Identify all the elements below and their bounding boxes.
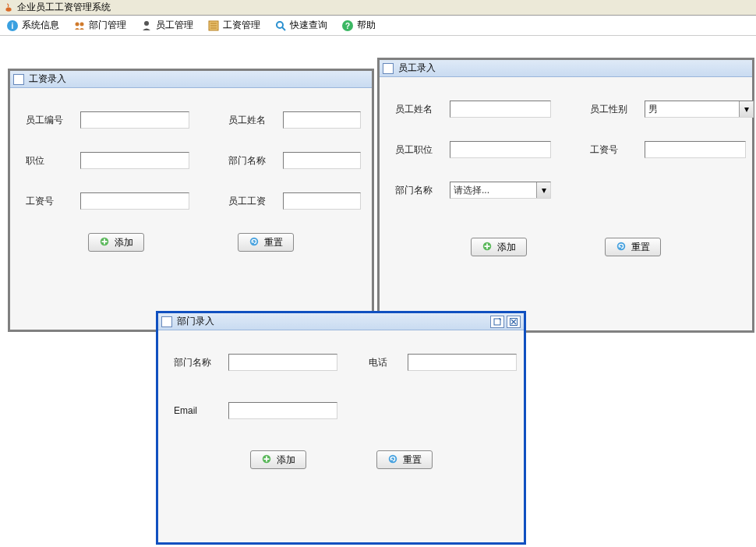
input-email[interactable] <box>228 402 337 419</box>
plus-icon <box>482 241 494 253</box>
window-dept-titlebar[interactable]: 部门录入 <box>158 313 524 330</box>
window-salary-body: 员工编号 员工姓名 职位 部门名称 <box>10 88 372 267</box>
input-emp-salary[interactable] <box>283 192 361 210</box>
input-salary-id2[interactable] <box>645 141 746 158</box>
input-emp-name2[interactable] <box>450 101 551 118</box>
svg-point-20 <box>388 455 397 464</box>
label-position: 职位 <box>26 154 72 168</box>
add-button-label: 添加 <box>497 241 516 254</box>
input-position[interactable] <box>80 152 189 169</box>
mdi-desktop: 工资录入 员工编号 员工姓名 职位 部门名称 <box>0 36 756 547</box>
input-emp-position[interactable] <box>450 141 551 158</box>
window-emp-title: 员工录入 <box>398 62 436 75</box>
menu-dept-mgmt-label: 部门管理 <box>89 19 126 32</box>
label-emp-name: 员工姓名 <box>228 114 275 127</box>
people-icon <box>73 19 86 32</box>
label-salary-id: 工资号 <box>26 195 72 208</box>
reset-icon <box>616 241 628 253</box>
reset-icon <box>249 236 261 249</box>
svg-point-16 <box>617 242 626 251</box>
add-button[interactable]: 添加 <box>471 238 527 256</box>
maximize-button[interactable] <box>490 316 504 328</box>
close-button[interactable] <box>507 316 521 328</box>
svg-point-3 <box>80 22 84 26</box>
input-phone[interactable] <box>408 354 517 371</box>
combo-emp-gender[interactable]: 男 ▾ <box>645 101 754 118</box>
reset-button[interactable]: 重置 <box>376 450 433 469</box>
reset-button-label: 重置 <box>264 236 283 249</box>
menu-help[interactable]: ? 帮助 <box>338 17 379 34</box>
window-emp-body: 员工姓名 员工性别 男 ▾ 员工职位 工资号 <box>380 77 752 272</box>
reset-button[interactable]: 重置 <box>238 233 294 252</box>
search-icon <box>274 19 287 32</box>
combo-emp-gender-value: 男 <box>645 103 739 116</box>
svg-point-2 <box>76 22 79 26</box>
menu-system-info[interactable]: i 系统信息 <box>3 17 62 34</box>
info-icon: i <box>6 19 19 32</box>
add-button-label: 添加 <box>115 236 133 249</box>
label-emp-id: 员工编号 <box>26 114 72 127</box>
person-icon <box>140 19 153 32</box>
label-emp-gender: 员工性别 <box>590 103 637 116</box>
chevron-down-icon[interactable]: ▾ <box>536 182 550 198</box>
window-salary-title: 工资录入 <box>29 72 66 86</box>
window-icon <box>383 63 394 74</box>
add-button-label: 添加 <box>277 453 295 467</box>
svg-rect-17 <box>494 319 500 325</box>
window-dept-entry: 部门录入 部门名称 电话 <box>156 311 526 545</box>
app-title-bar: 企业员工工资管理系统 <box>0 0 756 16</box>
reset-icon <box>387 453 400 466</box>
window-emp-entry: 员工录入 员工姓名 员工性别 男 ▾ 员工职位 <box>377 58 754 333</box>
label-dept-name: 部门名称 <box>228 154 275 168</box>
plus-icon <box>99 236 111 249</box>
input-emp-id[interactable] <box>80 111 189 129</box>
menu-dept-mgmt[interactable]: 部门管理 <box>70 17 129 34</box>
svg-line-10 <box>282 27 285 30</box>
input-dept-name[interactable] <box>283 152 361 169</box>
menu-emp-mgmt-label: 员工管理 <box>156 19 193 32</box>
java-cup-icon <box>3 2 14 13</box>
menu-quick-query-label: 快速查询 <box>290 19 327 32</box>
menu-salary-mgmt-label: 工资管理 <box>223 19 260 32</box>
plus-icon <box>261 453 274 466</box>
svg-text:?: ? <box>345 22 350 30</box>
add-button[interactable]: 添加 <box>88 233 144 252</box>
menu-system-info-label: 系统信息 <box>22 19 59 32</box>
label-emp-name2: 员工姓名 <box>395 103 442 116</box>
menu-bar: i 系统信息 部门管理 员工管理 工资管理 快速查询 ? 帮助 <box>0 16 756 36</box>
menu-help-label: 帮助 <box>357 19 376 32</box>
app-title: 企业员工工资管理系统 <box>17 1 111 14</box>
window-icon <box>161 316 172 327</box>
label-dept-name3: 部门名称 <box>174 356 221 369</box>
label-phone: 电话 <box>369 356 400 369</box>
reset-button[interactable]: 重置 <box>605 238 661 256</box>
window-dept-title: 部门录入 <box>177 315 214 328</box>
svg-point-14 <box>250 238 259 246</box>
window-emp-titlebar[interactable]: 员工录入 <box>380 60 752 77</box>
reset-button-label: 重置 <box>631 241 650 254</box>
reset-button-label: 重置 <box>403 453 422 467</box>
menu-emp-mgmt[interactable]: 员工管理 <box>137 17 196 34</box>
menu-salary-mgmt[interactable]: 工资管理 <box>204 17 263 34</box>
window-salary-titlebar[interactable]: 工资录入 <box>10 71 372 88</box>
svg-point-9 <box>277 22 283 28</box>
window-dept-body: 部门名称 电话 Email 添加 <box>158 330 524 485</box>
input-salary-id[interactable] <box>80 192 189 210</box>
menu-quick-query[interactable]: 快速查询 <box>271 17 330 34</box>
label-email: Email <box>174 405 221 416</box>
chevron-down-icon[interactable]: ▾ <box>739 101 753 117</box>
help-icon: ? <box>341 19 354 32</box>
label-emp-salary: 员工工资 <box>228 195 275 208</box>
svg-text:i: i <box>12 22 14 30</box>
combo-dept-value: 请选择... <box>450 184 536 197</box>
list-icon <box>207 19 220 32</box>
label-emp-position: 员工职位 <box>395 143 442 157</box>
input-emp-name[interactable] <box>283 111 361 129</box>
add-button[interactable]: 添加 <box>250 450 306 469</box>
input-dept-name3[interactable] <box>228 354 337 371</box>
label-salary-id2: 工资号 <box>590 143 637 157</box>
svg-point-4 <box>144 21 149 26</box>
combo-dept[interactable]: 请选择... ▾ <box>450 182 551 199</box>
window-salary-entry: 工资录入 员工编号 员工姓名 职位 部门名称 <box>8 69 374 332</box>
window-icon <box>13 74 24 85</box>
